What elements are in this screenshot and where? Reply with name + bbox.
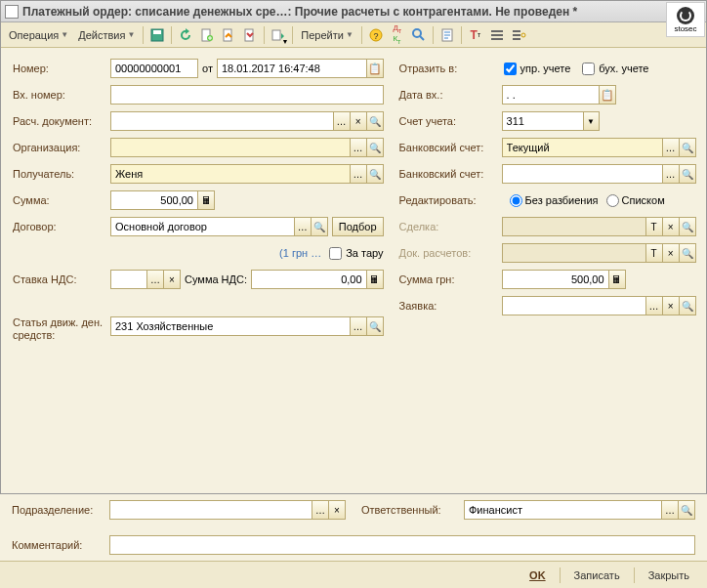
window-icon [5, 5, 19, 19]
in-number-field[interactable] [110, 85, 384, 105]
bank-account2-field[interactable] [502, 164, 663, 184]
write-button[interactable]: Записать [564, 567, 630, 584]
left-column: Номер: от 📋 Вх. номер: Расч. документ: …… [13, 58, 384, 342]
right-column: Отразить в: упр. учете бух. учете Дата в… [399, 58, 696, 342]
choose-button[interactable]: … [662, 138, 680, 157]
vat-rate-field[interactable] [110, 270, 147, 289]
choose-button[interactable]: … [662, 164, 680, 184]
choose-button[interactable]: … [312, 500, 329, 520]
open-button[interactable]: 🔍 [679, 138, 696, 157]
contract-field[interactable] [110, 217, 295, 236]
search-icon[interactable] [409, 25, 429, 45]
calculator-icon[interactable]: 🖩 [197, 190, 215, 210]
calculator-icon[interactable]: 🖩 [366, 270, 384, 289]
choose-button[interactable]: … [645, 296, 663, 315]
operation-menu[interactable]: Операция▼ [5, 27, 72, 43]
close-button[interactable]: Закрыть [639, 567, 699, 584]
bank-account-field[interactable] [502, 138, 663, 157]
bukh-checkbox[interactable] [582, 63, 595, 75]
open-button[interactable]: 🔍 [366, 316, 384, 336]
window-title: Платежный ордер: списание денежных сре…:… [22, 5, 702, 19]
choose-button[interactable]: … [146, 270, 164, 289]
save-icon[interactable] [147, 25, 167, 45]
open-button[interactable]: 🔍 [679, 296, 696, 315]
doc-settle-label: Док. расчетов: [399, 247, 502, 259]
number-field[interactable] [110, 59, 198, 78]
text-button[interactable]: T [645, 243, 663, 263]
document-post-icon[interactable] [219, 25, 238, 45]
document-unpost-icon[interactable] [240, 25, 260, 45]
svg-rect-6 [272, 30, 280, 40]
no-split-radio[interactable] [510, 194, 522, 207]
bottom-area: Подразделение: … × Ответственный: … 🔍 Ко… [0, 493, 707, 588]
open-button[interactable]: 🔍 [678, 500, 695, 520]
calendar-icon[interactable]: 📋 [599, 85, 616, 105]
clear-button[interactable]: × [328, 500, 346, 520]
dropdown-icon[interactable]: ▼ [583, 112, 599, 130]
responsible-field[interactable] [464, 500, 662, 520]
choose-button[interactable]: … [350, 316, 367, 336]
sum-grn-field[interactable] [502, 270, 609, 289]
help-icon[interactable]: ? [366, 25, 386, 45]
settings-list-icon[interactable] [509, 25, 528, 45]
podbor-button[interactable]: Подбор [332, 217, 384, 236]
actions-menu[interactable]: Действия▼ [74, 27, 139, 43]
refresh-icon[interactable] [176, 25, 195, 45]
open-button[interactable]: 🔍 [311, 217, 328, 236]
org-field[interactable] [110, 138, 351, 157]
clear-button[interactable]: × [163, 270, 181, 289]
choose-button[interactable]: … [333, 111, 351, 131]
za-taru-checkbox[interactable] [329, 247, 342, 260]
za-taru-label: За тару [346, 247, 383, 259]
as-list-radio[interactable] [606, 194, 619, 207]
choose-button[interactable]: … [350, 138, 367, 157]
choose-button[interactable]: … [661, 500, 679, 520]
vat-sum-field[interactable] [251, 270, 367, 289]
open-button[interactable]: 🔍 [679, 243, 696, 263]
bank-account2-label: Банковский счет: [399, 168, 502, 180]
org-label: Организация: [13, 142, 110, 153]
svg-point-11 [521, 33, 525, 37]
choose-button[interactable]: … [350, 164, 367, 184]
account-select[interactable]: 311 ▼ [502, 111, 600, 131]
bank-account-label: Банковский счет: [399, 142, 502, 153]
sum-field[interactable] [110, 190, 198, 210]
goto-menu[interactable]: Перейти▼ [297, 27, 357, 43]
calc-doc-field[interactable] [110, 111, 334, 131]
report-icon[interactable] [437, 25, 457, 45]
choose-button[interactable]: … [294, 217, 312, 236]
clear-button[interactable]: × [662, 243, 680, 263]
subdivision-field[interactable] [109, 500, 312, 520]
comment-field[interactable] [109, 535, 695, 555]
date-in-field[interactable] [502, 85, 600, 105]
upr-label: упр. учете [520, 63, 571, 74]
upr-checkbox[interactable] [504, 63, 517, 75]
request-field[interactable] [502, 296, 646, 315]
no-split-label: Без разбиения [525, 194, 599, 206]
recipient-field[interactable] [110, 164, 351, 184]
document-new-icon[interactable] [197, 25, 217, 45]
article-field[interactable] [110, 316, 351, 336]
open-button[interactable]: 🔍 [366, 164, 384, 184]
calculator-icon[interactable]: 🖩 [608, 270, 626, 289]
article-label: Статья движ. ден. средств: [13, 316, 110, 342]
clear-button[interactable]: × [350, 111, 367, 131]
number-label: Номер: [13, 63, 110, 74]
clear-button[interactable]: × [662, 217, 680, 236]
text-button[interactable]: T [645, 217, 663, 236]
basis-icon[interactable]: ▼ [269, 25, 288, 45]
titlebar: Платежный ордер: списание денежных сре…:… [1, 1, 706, 22]
in-number-label: Вх. номер: [13, 89, 110, 101]
date-field[interactable] [217, 59, 367, 78]
open-button[interactable]: 🔍 [366, 111, 384, 131]
open-button[interactable]: 🔍 [679, 217, 696, 236]
text-color-icon[interactable]: Тт [466, 25, 485, 45]
clear-button[interactable]: × [662, 296, 680, 315]
reflect-label: Отразить в: [399, 63, 502, 74]
list-icon[interactable] [487, 25, 507, 45]
open-button[interactable]: 🔍 [366, 138, 384, 157]
calendar-icon[interactable]: 📋 [366, 59, 384, 78]
open-button[interactable]: 🔍 [679, 164, 696, 184]
dtkt-icon[interactable]: ДтКт [388, 25, 407, 45]
ok-button[interactable]: OK [520, 567, 556, 584]
